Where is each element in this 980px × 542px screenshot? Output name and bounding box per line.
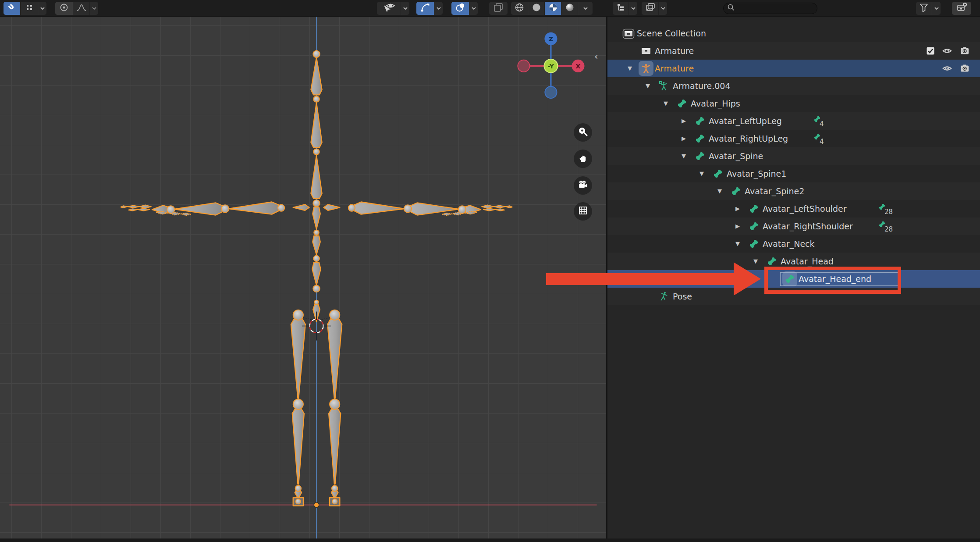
shading-group: [511, 2, 593, 15]
disclosure-open-icon[interactable]: ▼: [715, 182, 724, 200]
outliner-row[interactable]: ▶Avatar_RightShoulder28: [607, 218, 980, 235]
outliner-row[interactable]: ▼Armature: [607, 60, 980, 77]
bone-icon: [748, 221, 760, 232]
grid-view-icon: [577, 205, 589, 218]
outliner-row[interactable]: Armature: [607, 42, 980, 60]
outliner-row[interactable]: ▼Avatar_Neck: [607, 235, 980, 253]
disclosure-open-icon[interactable]: ▼: [679, 147, 688, 165]
outliner-row[interactable]: ▼Avatar_Spine1: [607, 165, 980, 182]
outliner-row[interactable]: ▼Armature.004: [607, 77, 980, 95]
object-origin-dot: [314, 503, 319, 508]
bone-icon: [730, 185, 742, 197]
disclosure-open-icon[interactable]: ▼: [661, 95, 670, 112]
material-shading-icon: [548, 2, 558, 14]
wireframe-shading-button[interactable]: [511, 2, 528, 15]
outliner-item-label: Armature.004: [673, 77, 731, 95]
pose-icon: [658, 291, 670, 302]
gizmos-toggle-button[interactable]: [416, 2, 434, 15]
filter-type-chevron[interactable]: [658, 2, 667, 15]
show-gizmo-button[interactable]: [377, 2, 401, 15]
outliner-row[interactable]: ▶Avatar_LeftShoulder28: [607, 200, 980, 218]
overlays-toggle-button[interactable]: [451, 2, 469, 15]
xray-toggle-button[interactable]: [489, 2, 508, 15]
disclosure-open-icon[interactable]: ▼: [697, 165, 706, 182]
filter-chevron[interactable]: [932, 2, 941, 15]
camera-view-button[interactable]: [574, 176, 592, 195]
pan-button[interactable]: [574, 150, 592, 168]
hide-viewport-eye-icon[interactable]: [942, 46, 952, 56]
hide-viewport-eye-icon[interactable]: [942, 63, 952, 74]
wireframe-shading-icon: [514, 2, 525, 14]
outliner-item-label: Armature: [655, 42, 694, 60]
viewport-3d[interactable]: Z -Y X: [0, 17, 606, 538]
child-bone-count: 28: [884, 225, 893, 233]
disclosure-open-icon[interactable]: ▼: [733, 235, 742, 253]
outliner-item-label: Avatar_RightShoulder: [763, 218, 853, 235]
hidden-children-badge: 28: [878, 203, 893, 216]
new-collection-button[interactable]: [952, 2, 971, 15]
filter-images-icon: [645, 2, 655, 14]
exclude-checkbox-icon[interactable]: [925, 46, 936, 56]
outliner-display-mode-button[interactable]: [613, 2, 637, 15]
hidden-children-badge: 4: [813, 132, 824, 146]
disclosure-closed-icon[interactable]: ▶: [679, 112, 688, 130]
show-gizmo-chevron[interactable]: [401, 2, 409, 15]
display-mode-chevron[interactable]: [628, 2, 637, 15]
header-bar: [0, 0, 980, 17]
snap-target-button[interactable]: [20, 2, 38, 15]
rendered-shading-button[interactable]: [561, 2, 578, 15]
proportional-edit-button[interactable]: [55, 2, 73, 15]
blender-window: Z -Y X: [0, 0, 980, 542]
bone-icon: [712, 168, 724, 179]
outliner-item-label: Avatar_Neck: [763, 235, 815, 253]
snap-dropdown-chevron[interactable]: [38, 2, 46, 15]
proportional-edit-group: [55, 2, 98, 15]
disclosure-open-icon[interactable]: ▼: [751, 253, 760, 270]
scene-collection-icon: [622, 28, 634, 39]
outliner-item-label: Avatar_Spine: [709, 147, 763, 165]
outliner-item-label: Avatar_LeftShoulder: [763, 200, 847, 218]
solid-shading-button[interactable]: [528, 2, 544, 15]
xray-icon: [493, 2, 504, 15]
outliner-row[interactable]: ▼Avatar_Spine2: [607, 182, 980, 200]
bone-icon: [766, 256, 778, 267]
outliner-row[interactable]: ▶Avatar_LeftUpLeg4: [607, 112, 980, 130]
outliner-row[interactable]: ▼Avatar_Spine: [607, 147, 980, 165]
bone-icon: [748, 238, 760, 250]
disable-render-camera-icon[interactable]: [959, 63, 970, 74]
gizmos-chevron[interactable]: [434, 2, 443, 15]
falloff-button[interactable]: [73, 2, 89, 15]
outliner-search-field[interactable]: [723, 3, 817, 14]
disclosure-open-icon[interactable]: ▼: [643, 77, 652, 95]
outliner-row[interactable]: ▼Avatar_Hips: [607, 95, 980, 112]
disable-render-camera-icon[interactable]: [959, 46, 970, 56]
grid-ortho-button[interactable]: [574, 202, 592, 221]
annotation-red-box: [764, 267, 901, 294]
outliner-row[interactable]: Scene Collection: [607, 25, 980, 42]
zoom-button[interactable]: [574, 123, 592, 142]
outliner-item-label: Scene Collection: [637, 25, 706, 42]
snap-toggle-button[interactable]: [4, 2, 20, 15]
outliner-filter-button[interactable]: [916, 2, 941, 15]
child-bone-count: 4: [820, 138, 824, 146]
bottom-editor-edge: [0, 538, 980, 542]
gizmo-neg-x-ball: [518, 60, 529, 72]
magnet-icon: [7, 2, 17, 14]
gizmos-group: [416, 2, 443, 15]
bone-icon: [694, 133, 706, 144]
disclosure-open-icon[interactable]: ▼: [625, 60, 634, 77]
outliner-filter-type-button[interactable]: [642, 2, 667, 15]
disclosure-closed-icon[interactable]: ▶: [733, 218, 742, 235]
collapse-panel-chevron[interactable]: ‹: [594, 52, 598, 61]
shading-dropdown-chevron[interactable]: [578, 2, 593, 15]
outliner-item-label: Avatar_RightUpLeg: [709, 130, 788, 147]
disclosure-closed-icon[interactable]: ▶: [733, 200, 742, 218]
falloff-dropdown-chevron[interactable]: [89, 2, 98, 15]
disclosure-closed-icon[interactable]: ▶: [679, 130, 688, 147]
outliner-item-label: Avatar_LeftUpLeg: [709, 112, 782, 130]
outliner-row[interactable]: ▶Avatar_RightUpLeg4: [607, 130, 980, 147]
overlays-chevron[interactable]: [469, 2, 478, 15]
search-input[interactable]: [735, 4, 810, 13]
material-shading-button[interactable]: [544, 2, 561, 15]
outliner-item-label: Avatar_Hips: [691, 95, 740, 112]
